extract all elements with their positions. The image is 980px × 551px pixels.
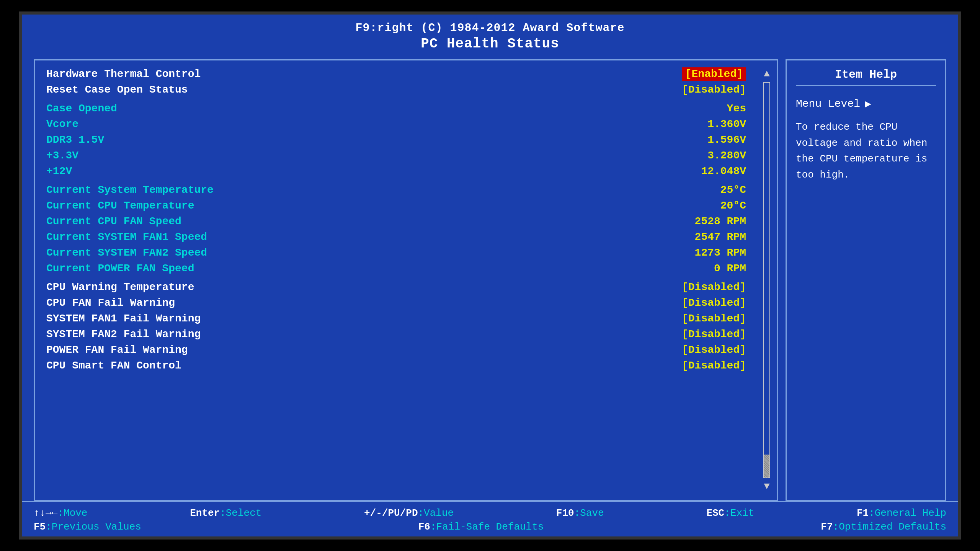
row-case-opened: Case Opened Yes <box>46 103 765 114</box>
scroll-track[interactable] <box>763 82 770 478</box>
row-cpu-fan-warn: CPU FAN Fail Warning [Disabled] <box>46 297 765 309</box>
label-33v: +3.3V <box>46 150 78 161</box>
value-case-opened: Yes <box>727 103 746 114</box>
label-sys-fan2-warn: SYSTEM FAN2 Fail Warning <box>46 328 201 340</box>
label-cpu-warn-temp: CPU Warning Temperature <box>46 281 194 293</box>
label-vcore: Vcore <box>46 118 78 130</box>
label-power-fan: Current POWER FAN Speed <box>46 262 194 274</box>
value-hardware-thermal: [Enabled] <box>682 68 746 80</box>
header-line2: PC Health Status <box>22 36 958 52</box>
value-sys-fan1-warn: [Disabled] <box>682 313 746 324</box>
bottom-row1: ↑↓→←:Move Enter:Select +/-/PU/PD:Value F… <box>34 507 946 519</box>
label-sys-fan1-warn: SYSTEM FAN1 Fail Warning <box>46 313 201 324</box>
row-cpu-fan: Current CPU FAN Speed 2528 RPM <box>46 215 765 227</box>
nav-optimized: F7:Optimized Defaults <box>821 521 946 533</box>
label-cpu-smart-fan: CPU Smart FAN Control <box>46 360 181 372</box>
label-hardware-thermal: Hardware Thermal Control <box>46 68 201 80</box>
row-33v: +3.3V 3.280V <box>46 150 765 161</box>
row-hardware-thermal: Hardware Thermal Control [Enabled] <box>46 68 765 80</box>
value-cpu-warn-temp: [Disabled] <box>682 281 746 293</box>
value-sys-fan2: 1273 RPM <box>695 247 746 259</box>
value-vcore: 1.360V <box>707 118 746 130</box>
value-cpu-fan-warn: [Disabled] <box>682 297 746 309</box>
nav-prev: F5:Previous Values <box>34 521 141 533</box>
scroll-down-arrow[interactable]: ▼ <box>764 481 770 492</box>
value-cpu-smart-fan: [Disabled] <box>682 360 746 372</box>
row-vcore: Vcore 1.360V <box>46 118 765 130</box>
value-33v: 3.280V <box>707 150 746 161</box>
scroll-thumb <box>764 455 769 478</box>
row-12v: +12V 12.048V <box>46 165 765 177</box>
value-power-fan-warn: [Disabled] <box>682 344 746 356</box>
value-12v: 12.048V <box>701 165 746 177</box>
value-sys-temp: 25°C <box>720 184 746 196</box>
nav-move: ↑↓→←:Move <box>34 507 87 519</box>
label-cpu-temp: Current CPU Temperature <box>46 200 194 212</box>
nav-help: F1:General Help <box>857 507 946 519</box>
scroll-up-arrow[interactable]: ▲ <box>764 68 770 80</box>
nav-value: +/-/PU/PD:Value <box>364 507 454 519</box>
menu-level-row: Menu Level ▶ <box>796 97 936 110</box>
label-sys-temp: Current System Temperature <box>46 184 214 196</box>
row-power-fan-warn: POWER FAN Fail Warning [Disabled] <box>46 344 765 356</box>
label-12v: +12V <box>46 165 72 177</box>
main-area: Hardware Thermal Control [Enabled] Reset… <box>22 55 958 501</box>
header: F9:right (C) 1984-2012 Award Software PC… <box>22 15 958 55</box>
menu-level-arrow: ▶ <box>865 97 871 110</box>
value-cpu-temp: 20°C <box>720 200 746 212</box>
nav-select: Enter:Select <box>190 507 261 519</box>
bottom-row2: F5:Previous Values F6:Fail-Safe Defaults… <box>34 521 946 533</box>
bottom-bar: ↑↓→←:Move Enter:Select +/-/PU/PD:Value F… <box>22 501 958 536</box>
nav-save: F10:Save <box>556 507 604 519</box>
help-text: To reduce the CPU voltage and ratio when… <box>796 119 936 183</box>
row-sys-temp: Current System Temperature 25°C <box>46 184 765 196</box>
header-line1: F9:right (C) 1984-2012 Award Software <box>22 21 958 34</box>
row-reset-case: Reset Case Open Status [Disabled] <box>46 84 765 96</box>
label-cpu-fan-warn: CPU FAN Fail Warning <box>46 297 175 309</box>
value-sys-fan2-warn: [Disabled] <box>682 328 746 340</box>
row-cpu-warn-temp: CPU Warning Temperature [Disabled] <box>46 281 765 293</box>
enabled-badge: [Enabled] <box>682 67 746 81</box>
row-sys-fan2: Current SYSTEM FAN2 Speed 1273 RPM <box>46 247 765 259</box>
row-power-fan: Current POWER FAN Speed 0 RPM <box>46 262 765 274</box>
row-cpu-temp: Current CPU Temperature 20°C <box>46 200 765 212</box>
value-cpu-fan: 2528 RPM <box>695 215 746 227</box>
item-help-title: Item Help <box>796 68 936 86</box>
row-cpu-smart-fan: CPU Smart FAN Control [Disabled] <box>46 360 765 372</box>
row-sys-fan1-warn: SYSTEM FAN1 Fail Warning [Disabled] <box>46 313 765 324</box>
label-case-opened: Case Opened <box>46 103 117 114</box>
value-ddr3: 1.596V <box>707 134 746 146</box>
scrollbar[interactable]: ▲ ▼ <box>761 68 773 492</box>
row-ddr3: DDR3 1.5V 1.596V <box>46 134 765 146</box>
row-sys-fan2-warn: SYSTEM FAN2 Fail Warning [Disabled] <box>46 328 765 340</box>
label-cpu-fan: Current CPU FAN Speed <box>46 215 181 227</box>
right-panel: Item Help Menu Level ▶ To reduce the CPU… <box>786 59 946 501</box>
value-reset-case: [Disabled] <box>682 84 746 96</box>
value-sys-fan1: 2547 RPM <box>695 231 746 243</box>
left-panel: Hardware Thermal Control [Enabled] Reset… <box>34 59 778 501</box>
label-sys-fan1: Current SYSTEM FAN1 Speed <box>46 231 207 243</box>
nav-exit: ESC:Exit <box>706 507 754 519</box>
value-power-fan: 0 RPM <box>714 262 746 274</box>
bios-screen: F9:right (C) 1984-2012 Award Software PC… <box>19 11 961 540</box>
menu-level-label: Menu Level <box>796 98 860 110</box>
label-power-fan-warn: POWER FAN Fail Warning <box>46 344 188 356</box>
label-sys-fan2: Current SYSTEM FAN2 Speed <box>46 247 207 259</box>
nav-failsafe: F6:Fail-Safe Defaults <box>418 521 544 533</box>
label-reset-case: Reset Case Open Status <box>46 84 188 96</box>
label-ddr3: DDR3 1.5V <box>46 134 104 146</box>
row-sys-fan1: Current SYSTEM FAN1 Speed 2547 RPM <box>46 231 765 243</box>
